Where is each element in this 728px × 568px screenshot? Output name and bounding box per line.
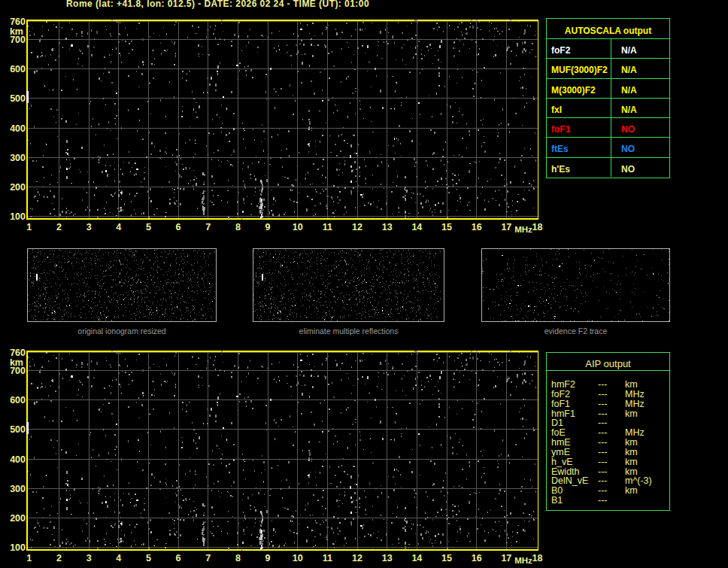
- aip-param-value: ---: [598, 390, 608, 399]
- x-tick-16: 16: [472, 223, 482, 231]
- x-tick-7: 7: [205, 223, 211, 231]
- autoscala-param-value: NO: [611, 158, 669, 177]
- x-tick-3: 3: [86, 554, 92, 562]
- x-tick-14: 14: [411, 554, 422, 562]
- autoscala-param-value: N/A: [611, 59, 669, 77]
- x-tick-3: 3: [86, 223, 92, 231]
- y-tick-300: 300: [10, 485, 26, 493]
- autoscala-param-label: h'Es: [547, 158, 611, 177]
- x-tick-12: 12: [352, 223, 362, 231]
- panel-2-caption: eliminate multiple reflections: [299, 327, 399, 336]
- aip-param-unit: km: [625, 448, 638, 457]
- autoscala-row-MUF(3000)F2: MUF(3000)F2N/A: [547, 58, 669, 77]
- y-tick-760: 760: [10, 349, 26, 357]
- aip-param-label: B1: [551, 496, 563, 506]
- y-tick-100: 100: [10, 213, 26, 220]
- x-tick-15: 15: [441, 223, 452, 231]
- y-tick-200: 200: [10, 184, 26, 191]
- autoscala-param-value: N/A: [611, 39, 669, 58]
- autoscala-param-label: foF2: [547, 39, 611, 58]
- autoscala-param-label: fxI: [547, 99, 611, 117]
- autoscala-row-h'Es: h'EsNO: [547, 157, 669, 177]
- y-tick-400: 400: [10, 125, 26, 132]
- y-tick-700: 700: [10, 36, 26, 44]
- aip-row-ymE: ymE---km: [547, 448, 669, 457]
- aip-param-value: ---: [598, 380, 608, 390]
- autoscala-row-fxI: fxIN/A: [547, 98, 669, 117]
- aip-param-unit: MHz: [625, 390, 645, 399]
- aip-table-title: AIP output: [547, 353, 669, 371]
- aip-param-label: hmF2: [551, 380, 575, 390]
- x-tick-16: 16: [472, 554, 482, 562]
- x-tick-4: 4: [116, 554, 121, 562]
- x-tick-7: 7: [205, 554, 211, 562]
- autoscala-row-foF2: foF2N/A: [547, 38, 669, 58]
- aip-param-unit: km: [625, 380, 638, 390]
- autoscala-row-ftEs: ftEsNO: [547, 137, 669, 156]
- x-tick-18: 18: [532, 554, 543, 562]
- autoscala-param-value: NO: [611, 138, 669, 156]
- panel-1-caption: original ionogram resized: [77, 327, 165, 336]
- aip-param-unit: km: [625, 457, 638, 467]
- y-axis-unit: km: [10, 28, 23, 35]
- autoscala-table-title: AUTOSCALA output: [547, 19, 669, 38]
- x-tick-1: 1: [26, 223, 32, 231]
- autoscala-param-label: MUF(3000)F2: [547, 59, 611, 77]
- x-axis-unit: MHz: [514, 226, 532, 233]
- x-tick-18: 18: [532, 223, 543, 231]
- panel-3-caption: evidence F2 trace: [544, 327, 607, 336]
- y-tick-700: 700: [10, 367, 26, 375]
- aip-row-DelN_vE: DelN_vE---m^(-3): [547, 476, 669, 486]
- aip-param-label: ymE: [551, 448, 570, 457]
- y-tick-400: 400: [10, 456, 26, 463]
- autoscala-output-table: AUTOSCALA output foF2N/AMUF(3000)F2N/AM(…: [546, 18, 670, 178]
- x-tick-15: 15: [441, 554, 452, 562]
- x-tick-17: 17: [501, 223, 511, 231]
- y-tick-600: 600: [10, 396, 26, 404]
- aip-row-hmE: hmE---km: [547, 438, 669, 448]
- autoscala-row-M(3000)F2: M(3000)F2N/A: [547, 78, 669, 98]
- x-tick-2: 2: [56, 554, 62, 562]
- aip-row-hmF1: hmF1---km: [547, 409, 669, 419]
- autoscala-param-label: ftEs: [547, 138, 611, 156]
- x-tick-13: 13: [382, 223, 393, 231]
- aip-param-value: ---: [598, 438, 608, 448]
- y-tick-500: 500: [10, 426, 26, 433]
- aip-row-foF1: foF1---MHz: [547, 399, 669, 409]
- x-tick-14: 14: [411, 223, 422, 231]
- y-tick-500: 500: [10, 95, 26, 102]
- aip-param-unit: km: [625, 438, 638, 448]
- aip-output-table: AIP output hmF2---kmfoF2---MHzfoF1---MHz…: [546, 352, 670, 511]
- aip-row-B1: B1---: [547, 496, 669, 506]
- y-tick-600: 600: [10, 65, 26, 73]
- x-tick-8: 8: [235, 223, 241, 231]
- autoscala-param-value: N/A: [611, 79, 669, 98]
- aip-param-label: h_vE: [551, 457, 573, 467]
- aip-param-unit: km: [625, 486, 638, 496]
- y-tick-100: 100: [10, 544, 26, 551]
- x-tick-8: 8: [235, 554, 241, 562]
- x-tick-4: 4: [116, 223, 121, 231]
- aip-param-unit: MHz: [625, 399, 645, 409]
- x-tick-5: 5: [146, 223, 151, 231]
- aip-param-value: ---: [598, 496, 608, 506]
- autoscala-param-label: M(3000)F2: [547, 79, 611, 98]
- autoscala-screen: Rome (lat: +41.8, lon: 012.5) - DATE: 20…: [0, 0, 728, 568]
- x-tick-13: 13: [382, 554, 393, 562]
- aip-param-value: ---: [598, 399, 608, 409]
- x-tick-1: 1: [26, 554, 32, 562]
- x-tick-11: 11: [323, 554, 332, 562]
- x-tick-6: 6: [176, 554, 181, 562]
- x-tick-9: 9: [265, 223, 271, 231]
- y-tick-200: 200: [10, 515, 26, 522]
- x-tick-5: 5: [146, 554, 151, 562]
- x-axis-unit: MHz: [514, 557, 532, 564]
- x-tick-10: 10: [293, 223, 303, 231]
- x-tick-11: 11: [323, 223, 332, 231]
- autoscala-param-value: NO: [611, 118, 669, 137]
- autoscala-param-label: foF1: [547, 118, 611, 137]
- autoscala-param-value: N/A: [611, 99, 669, 117]
- y-axis-unit: km: [10, 359, 23, 366]
- x-tick-10: 10: [293, 554, 303, 562]
- y-tick-760: 760: [10, 18, 26, 26]
